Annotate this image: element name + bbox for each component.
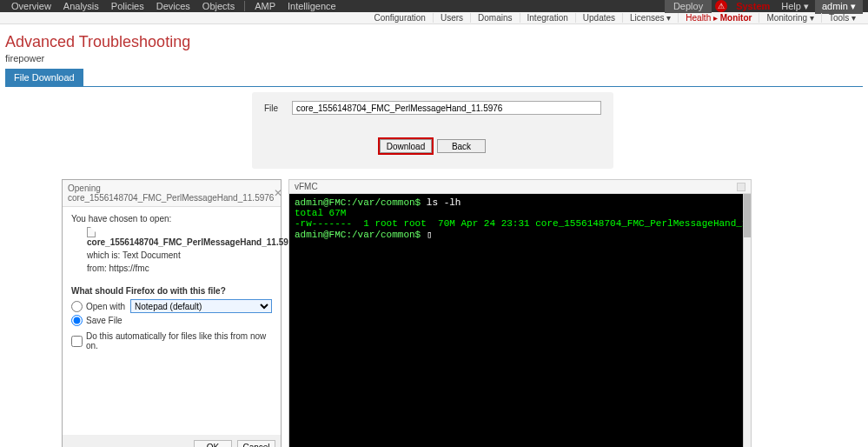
subnav-monitoring[interactable]: Monitoring ▾ <box>759 13 821 23</box>
dialog-question: What should Firefox do with this file? <box>71 286 272 296</box>
subnav-updates[interactable]: Updates <box>576 13 623 23</box>
sub-navbar: Configuration Users Domains Integration … <box>0 12 868 24</box>
save-file-label: Save File <box>86 316 123 325</box>
dialog-chosen-text: You have chosen to open: <box>71 214 272 224</box>
open-file-dialog: Opening core_1556148704_FMC_PerlMessageH… <box>62 179 282 447</box>
nav-overview[interactable]: Overview <box>5 1 57 11</box>
download-button[interactable]: Download <box>380 139 432 153</box>
terminal-scrollbar[interactable]: ▾ <box>743 194 751 447</box>
close-icon[interactable]: ✕ <box>274 187 282 199</box>
back-button[interactable]: Back <box>437 139 486 153</box>
system-link[interactable]: System <box>731 1 775 11</box>
nav-devices[interactable]: Devices <box>150 1 196 11</box>
deploy-button[interactable]: Deploy <box>665 0 712 13</box>
cancel-button[interactable]: Cancel <box>237 440 275 447</box>
subnav-integration[interactable]: Integration <box>520 13 576 23</box>
auto-checkbox[interactable] <box>71 336 83 347</box>
save-file-radio[interactable] <box>71 315 83 326</box>
subnav-licenses[interactable]: Licenses ▾ <box>623 13 679 23</box>
nav-divider <box>244 1 245 11</box>
alert-icon[interactable]: ⚠ <box>715 0 727 12</box>
file-input[interactable] <box>292 101 601 115</box>
file-icon <box>87 227 96 237</box>
admin-menu[interactable]: admin ▾ <box>815 0 863 14</box>
page-subtitle: firepower <box>5 53 863 63</box>
nav-analysis[interactable]: Analysis <box>57 1 105 11</box>
nav-policies[interactable]: Policies <box>105 1 150 11</box>
which-is-label: which is: <box>87 250 120 260</box>
auto-label: Do this automatically for files like thi… <box>86 331 272 350</box>
subnav-users[interactable]: Users <box>434 13 471 23</box>
nav-objects[interactable]: Objects <box>196 1 241 11</box>
nav-amp[interactable]: AMP <box>248 1 282 11</box>
from-label: from: <box>87 264 107 273</box>
global-navbar: Overview Analysis Policies Devices Objec… <box>0 0 868 12</box>
file-label: File <box>264 103 292 113</box>
subnav-domains[interactable]: Domains <box>471 13 520 23</box>
from-value: https://fmc <box>109 264 149 273</box>
nav-intelligence[interactable]: Intelligence <box>282 1 342 11</box>
subnav-health[interactable]: Health ▸ Monitor <box>679 13 759 23</box>
open-with-radio[interactable] <box>71 301 83 312</box>
help-menu[interactable]: Help ▾ <box>775 1 815 12</box>
open-with-label: Open with <box>86 302 125 311</box>
terminal-tab-label[interactable]: vFMC <box>295 182 318 191</box>
scrollbar-thumb[interactable] <box>744 194 751 237</box>
file-download-tab[interactable]: File Download <box>5 69 83 86</box>
subnav-configuration[interactable]: Configuration <box>367 13 433 23</box>
file-type: Text Document <box>123 250 181 260</box>
ok-button[interactable]: OK <box>194 440 232 447</box>
terminal-close-icon[interactable] <box>737 183 745 191</box>
page-title: Advanced Troubleshooting <box>5 33 863 51</box>
dialog-title: Opening core_1556148704_FMC_PerlMessageH… <box>68 183 274 203</box>
dialog-filename: core_1556148704_FMC_PerlMessageHand_11.5… <box>87 237 298 247</box>
subnav-tools[interactable]: Tools ▾ <box>822 13 863 23</box>
terminal-output[interactable]: admin@FMC:/var/common$ ls -lhtotal 67M-r… <box>289 194 743 447</box>
terminal-panel: vFMC admin@FMC:/var/common$ ls -lhtotal … <box>288 179 752 447</box>
open-with-select[interactable]: Notepad (default) <box>130 299 272 313</box>
file-download-panel: File Download Back <box>252 92 613 169</box>
